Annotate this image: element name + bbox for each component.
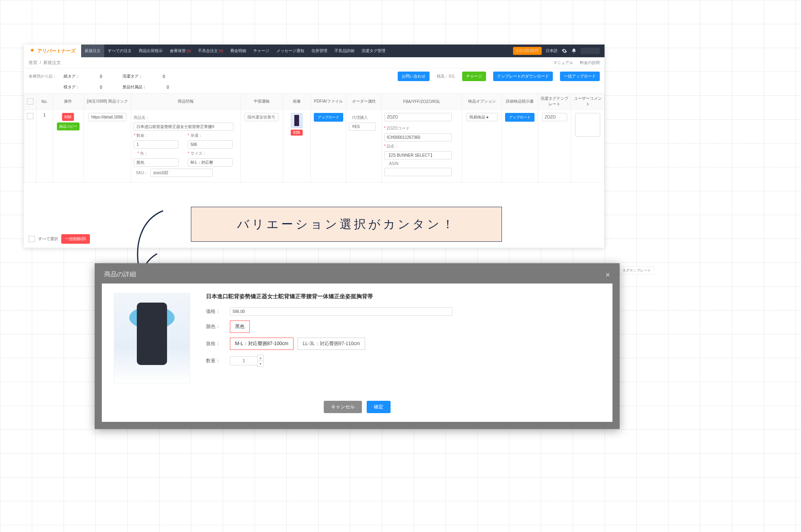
summary-row: 各種預かり品： 紙タグ： 0 洗濯タグ： 0 お問い合わせ 残高：0元 チャージ… [24, 68, 605, 84]
th-op: 操作 [52, 93, 84, 110]
link-manual[interactable]: マニュアル [553, 60, 573, 65]
th-fba: FBA/YFF/ZOZO/RSL [381, 93, 462, 110]
qty-label: 数量： [206, 357, 230, 364]
color-option-selected[interactable]: 黑色 [230, 320, 250, 333]
order-table: No. 操作 [淘宝/1688] 商品リンク 商品情報 中国運輸 画像 PDF/… [24, 93, 605, 183]
contact-button[interactable]: お問い合わせ [398, 72, 430, 81]
brand-icon [29, 48, 35, 54]
spec-label: 規格： [206, 340, 230, 347]
close-icon[interactable]: × [605, 271, 610, 279]
bulk-upload-button[interactable]: 一括アップロード [560, 72, 600, 81]
peek-tag-template: タグテンプレート [620, 266, 654, 275]
charge-button[interactable]: チャージ [462, 72, 486, 81]
th-pdf: PDF/AIファイル [310, 93, 346, 110]
th-comment: ユーザーコメント [571, 93, 605, 110]
gear-icon[interactable] [562, 48, 567, 54]
ship-number-input[interactable] [245, 113, 278, 121]
nav-defect-detail[interactable]: 不良品詳細 [331, 45, 358, 57]
product-name-fba-input[interactable] [384, 151, 452, 159]
color-input[interactable] [134, 158, 179, 167]
download-template-button[interactable]: テンプレートのダウンロード [493, 72, 553, 81]
callout-box: バリエーション選択がカンタン！ [191, 207, 502, 242]
breadcrumb-bar: 首页 / 新規注文 マニュアル 料金の説明 [24, 57, 605, 68]
th-link: [淘宝/1688] 商品リンク [84, 93, 131, 110]
select-all-checkbox[interactable] [29, 236, 35, 242]
th-info: 商品情報 [131, 93, 240, 110]
modal-qty-input[interactable] [230, 356, 258, 365]
table-row: 1 削除 商品コピー 商品名： 数量： [24, 110, 605, 183]
crumb-home[interactable]: 首页 [29, 60, 37, 65]
confirm-button[interactable]: 確定 [367, 401, 391, 413]
spec-option-1[interactable]: M-L：対応臀囲87-100cm [230, 338, 294, 350]
nav-defect-order[interactable]: 不具合注文(0) [194, 45, 227, 57]
qty-step-up[interactable]: ▲ [257, 355, 264, 361]
qty-input[interactable] [134, 140, 179, 149]
nav-wash-tag[interactable]: 洗濯タグ管理 [358, 45, 389, 57]
wash-template-select[interactable] [542, 113, 567, 121]
user-comment-input[interactable] [575, 113, 601, 137]
nav-warehouse[interactable]: 倉庫保管(0) [166, 45, 194, 57]
th-ship: 中国運輸 [240, 93, 283, 110]
inspect-doc-upload-button[interactable]: アップロード [505, 113, 535, 122]
cell-no: 1 [36, 110, 52, 183]
select-all-label: すべて選択 [38, 236, 58, 242]
qty-step-down[interactable]: ▼ [257, 361, 264, 367]
product-link-input[interactable] [88, 113, 126, 121]
th-inspect: 検品オプション [462, 93, 502, 110]
row-copy-button[interactable]: 商品コピー [57, 122, 80, 130]
price-input[interactable] [188, 140, 233, 149]
nav-all-orders[interactable]: すべての注文 [104, 45, 135, 57]
bell-icon[interactable] [571, 48, 577, 54]
modal-title: 商品の詳細 [104, 270, 136, 279]
nav-messages[interactable]: メッセージ通知 [273, 45, 308, 57]
zozo-code-input[interactable] [384, 133, 452, 142]
product-detail-modal: 商品の詳細 × 日本進口駝背姿勢矯正器女士駝背矯正帯腰背一体矯正坐姿挺胸背帯 価… [95, 263, 620, 429]
summary-label: 各種預かり品： [29, 74, 56, 79]
cancel-button[interactable]: キャンセル [324, 401, 362, 413]
top-nav: 新規注文 すべての注文 商品出荷指示 倉庫保管(0) 不具合注文(0) 費金明細… [81, 45, 389, 57]
modal-price-input[interactable] [230, 307, 453, 316]
th-check [24, 93, 37, 110]
exchange-rate: 1元=20.65円 [513, 47, 542, 55]
topbar: アリパートナーズ 新規注文 すべての注文 商品出荷指示 倉庫保管(0) 不具合注… [24, 45, 605, 57]
nav-new-order[interactable]: 新規注文 [81, 45, 104, 57]
product-title: 日本進口駝背姿勢矯正器女士駝背矯正帯腰背一体矯正坐姿挺胸背帯 [206, 293, 601, 300]
user-placeholder[interactable] [581, 48, 600, 54]
balance-display: 残高：0元 [437, 74, 455, 79]
callout-text: バリエーション選択がカンタン！ [237, 216, 456, 233]
price-label: 価格： [206, 308, 230, 315]
language-label[interactable]: 日本語 [546, 48, 558, 54]
nav-billing[interactable]: 費金明細 [227, 45, 250, 57]
th-no: No. [36, 93, 52, 110]
fba-platform-select[interactable] [384, 113, 452, 121]
asin-input[interactable] [384, 168, 452, 176]
brand-logo: アリパートナーズ [24, 45, 81, 57]
row-checkbox[interactable] [27, 113, 33, 119]
link-fees[interactable]: 料金の説明 [580, 60, 600, 65]
crumb-current: 新規注文 [43, 60, 61, 65]
nav-charge[interactable]: チャージ [250, 45, 273, 57]
th-attr: オーダー属性 [346, 93, 381, 110]
checkbox-all[interactable] [27, 98, 33, 105]
summary-row-2: 各種預かり品： 様タグ： 0 景品付属品： 0 [24, 84, 605, 93]
product-name-input[interactable] [134, 122, 233, 131]
inspect-option-select[interactable] [467, 113, 498, 121]
color-label: 颜色： [206, 323, 230, 330]
agency-select[interactable] [349, 122, 376, 131]
breadcrumb: 首页 / 新規注文 [29, 60, 61, 66]
sku-input[interactable] [150, 169, 213, 177]
top-right: 1元=20.65円 日本語 [513, 47, 605, 55]
product-thumbnail[interactable] [291, 113, 303, 128]
nav-address[interactable]: 住所管理 [308, 45, 331, 57]
th-inspect-doc: 詳細検品指示書 [502, 93, 538, 110]
nav-ship-instruction[interactable]: 商品出荷指示 [135, 45, 166, 57]
th-wash: 洗濯タグテンプレート [538, 93, 571, 110]
brand-text: アリパートナーズ [37, 48, 76, 54]
th-img: 画像 [283, 93, 310, 110]
image-delete-button[interactable]: 削除 [291, 130, 303, 136]
bulk-delete-button[interactable]: 一括削除(0) [61, 234, 90, 244]
spec-option-2[interactable]: LL-3L：対応臀囲97-110cm [297, 338, 365, 350]
size-input[interactable] [188, 158, 233, 167]
row-delete-button[interactable]: 削除 [62, 113, 74, 121]
pdf-upload-button[interactable]: アップロード [314, 113, 343, 122]
